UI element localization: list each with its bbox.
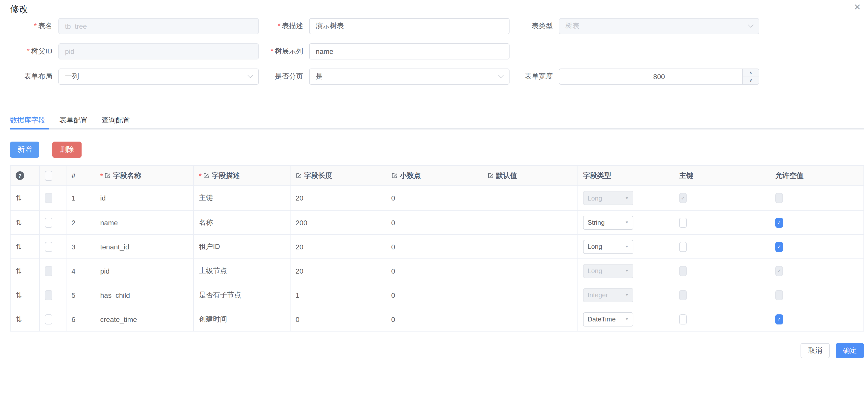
drag-handle-icon[interactable]: ⇅ <box>16 218 21 227</box>
form-width-input[interactable]: 800 ∧ ∨ <box>559 68 759 85</box>
cell-default-value[interactable] <box>482 186 578 210</box>
table-name-label: *表名 <box>0 22 58 31</box>
table-desc-label: *表描述 <box>259 22 309 31</box>
cell-decimal-point[interactable]: 0 <box>386 234 482 258</box>
drag-handle-icon[interactable]: ⇅ <box>16 290 21 300</box>
cell-field-name[interactable]: create_time <box>95 307 194 331</box>
table-row: ⇅2name名称2000String▼✓ <box>10 210 864 234</box>
allow-null-checkbox <box>775 193 783 203</box>
edit-icon <box>104 172 111 179</box>
table-desc-input[interactable]: 演示树表 <box>309 18 509 34</box>
label-text: 表单布局 <box>24 72 52 80</box>
decrease-button[interactable]: ∨ <box>743 77 759 84</box>
cell-default-value[interactable] <box>482 234 578 258</box>
edit-icon <box>296 172 302 179</box>
field-type-select[interactable]: DateTime▼ <box>583 312 633 326</box>
tab-database-fields[interactable]: 数据库字段 <box>10 115 45 128</box>
field-type-select[interactable]: Long▼ <box>583 240 633 254</box>
allow-null-checkbox[interactable]: ✓ <box>775 314 783 324</box>
drag-handle-icon[interactable]: ⇅ <box>16 242 21 251</box>
required-asterisk: * <box>199 172 202 179</box>
tree-parent-id-input[interactable]: pid <box>58 43 259 59</box>
cell-decimal-point[interactable]: 0 <box>386 307 482 331</box>
cancel-button[interactable]: 取消 <box>801 343 830 358</box>
cell-index: 5 <box>66 283 95 307</box>
primary-key-checkbox[interactable] <box>679 242 687 252</box>
confirm-button[interactable]: 确定 <box>836 343 864 358</box>
caret-down-icon: ▼ <box>625 269 629 273</box>
cell-field-length[interactable]: 1 <box>290 283 386 307</box>
primary-key-checkbox[interactable] <box>679 314 687 324</box>
select-value: Integer <box>588 291 608 299</box>
tab-query-config[interactable]: 查询配置 <box>102 115 130 128</box>
cell-field-name[interactable]: pid <box>95 258 194 283</box>
primary-key-checkbox[interactable] <box>679 217 687 227</box>
cell-decimal-point[interactable]: 0 <box>386 210 482 234</box>
header-allow-null: 允许空值 <box>770 166 864 186</box>
cell-field-length[interactable]: 0 <box>290 307 386 331</box>
cell-default-value[interactable] <box>482 283 578 307</box>
help-icon[interactable]: ? <box>16 171 24 180</box>
select-value: Long <box>588 267 602 275</box>
edit-icon <box>391 172 398 179</box>
required-asterisk: * <box>278 22 280 30</box>
primary-key-checkbox <box>679 290 687 300</box>
form-layout-label: 表单布局 <box>0 72 58 81</box>
cell-field-desc[interactable]: 租户ID <box>194 234 290 258</box>
allow-null-checkbox[interactable]: ✓ <box>775 242 783 252</box>
cell-default-value[interactable] <box>482 258 578 283</box>
cell-decimal-point[interactable]: 0 <box>386 258 482 283</box>
table-row: ⇅5has_child是否有子节点10Integer▼ <box>10 283 864 307</box>
form-width-label: 表单宽度 <box>509 72 559 81</box>
cell-field-desc[interactable]: 主键 <box>194 186 290 210</box>
row-checkbox[interactable] <box>45 314 52 324</box>
field-toolbar: 新增 删除 <box>10 142 868 158</box>
label-text: 表类型 <box>532 22 553 30</box>
cell-field-length[interactable]: 20 <box>290 234 386 258</box>
cell-decimal-point[interactable]: 0 <box>386 186 482 210</box>
cell-field-desc[interactable]: 名称 <box>194 210 290 234</box>
select-all-checkbox[interactable] <box>45 171 52 180</box>
allow-null-checkbox[interactable]: ✓ <box>775 217 783 227</box>
drag-handle-icon[interactable]: ⇅ <box>16 194 21 202</box>
row-checkbox[interactable] <box>45 242 52 252</box>
cell-field-name[interactable]: tenant_id <box>95 234 194 258</box>
label-text: 树父ID <box>31 47 52 55</box>
cell-default-value[interactable] <box>482 210 578 234</box>
cell-field-desc[interactable]: 创建时间 <box>194 307 290 331</box>
table-config-form: *表名 tb_tree *表描述 演示树表 表类型 树表 *树父ID pid *… <box>0 18 868 85</box>
config-tabs: 数据库字段 表单配置 查询配置 <box>10 115 868 128</box>
cell-field-name[interactable]: id <box>95 186 194 210</box>
cell-default-value[interactable] <box>482 307 578 331</box>
cell-field-length[interactable]: 20 <box>290 186 386 210</box>
pagination-select[interactable]: 是 <box>309 68 509 85</box>
table-type-select[interactable]: 树表 <box>559 18 759 34</box>
cell-field-name[interactable]: name <box>95 210 194 234</box>
tree-display-col-input[interactable]: name <box>309 43 509 59</box>
chevron-down-icon <box>498 72 504 78</box>
field-type-select: Long▼ <box>583 191 633 205</box>
close-icon[interactable]: ✕ <box>854 3 861 11</box>
form-layout-select[interactable]: 一列 <box>58 68 259 85</box>
cell-field-desc[interactable]: 是否有子节点 <box>194 283 290 307</box>
label-text: 表名 <box>38 22 52 30</box>
cell-field-length[interactable]: 200 <box>290 210 386 234</box>
row-checkbox[interactable] <box>45 217 52 227</box>
field-type-select[interactable]: String▼ <box>583 216 633 229</box>
tab-form-config[interactable]: 表单配置 <box>59 115 88 128</box>
cell-field-desc[interactable]: 上级节点 <box>194 258 290 283</box>
add-button[interactable]: 新增 <box>10 142 39 158</box>
cell-field-length[interactable]: 20 <box>290 258 386 283</box>
delete-button[interactable]: 删除 <box>52 142 82 158</box>
input-value: 800 <box>559 73 759 81</box>
drag-handle-icon[interactable]: ⇅ <box>16 315 21 324</box>
edit-icon <box>203 172 210 179</box>
increase-button[interactable]: ∧ <box>743 69 759 77</box>
cell-field-name[interactable]: has_child <box>95 283 194 307</box>
label-text: 表描述 <box>282 22 303 30</box>
table-name-input[interactable]: tb_tree <box>58 18 259 34</box>
cell-decimal-point[interactable]: 0 <box>386 283 482 307</box>
primary-key-checkbox <box>679 266 687 276</box>
drag-handle-icon[interactable]: ⇅ <box>16 266 21 275</box>
active-tab-indicator <box>10 128 49 130</box>
